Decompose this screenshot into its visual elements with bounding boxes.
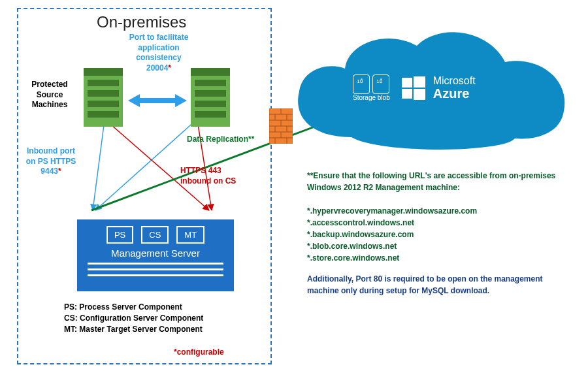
double-arrow-icon	[128, 93, 187, 108]
storage-blob-group: Storage blob	[353, 74, 390, 101]
protected-source-machines-label: Protected Source Machines	[24, 80, 76, 110]
storage-blob-icon	[353, 74, 370, 94]
source-server-icon	[191, 68, 230, 127]
storage-blob-label: Storage blob	[353, 94, 390, 101]
ps-box: PS	[106, 226, 133, 244]
cs-box: CS	[141, 226, 169, 244]
management-server-title: Management Server	[84, 248, 227, 259]
https-443-note: HTTPS 443 inbound on CS	[180, 166, 246, 186]
inbound-9443-note: Inbound port on PS HTTPS 9443*	[18, 146, 84, 177]
management-server: PS CS MT Management Server	[77, 219, 234, 291]
data-replication-label: Data Replication**	[187, 135, 254, 144]
source-server-icon	[84, 68, 123, 127]
on-prem-title: On-premises	[97, 13, 186, 31]
url-item: *.blob.core.windows.net	[307, 240, 568, 252]
mt-box: MT	[176, 226, 204, 244]
svg-rect-7	[414, 76, 425, 88]
windows-icon	[400, 75, 427, 101]
url-requirements-block: **Ensure that the following URL's are ac…	[307, 170, 568, 297]
url-item: *.store.core.windows.net	[307, 252, 568, 264]
firewall-icon	[269, 108, 293, 144]
azure-logo: Microsoft Azure	[400, 75, 476, 101]
component-legend: PS: Process Server Component CS: Configu…	[64, 302, 203, 334]
svg-rect-6	[402, 78, 412, 88]
svg-rect-8	[402, 89, 412, 99]
svg-rect-9	[414, 89, 425, 100]
url-item: *.backup.windowsazure.com	[307, 229, 568, 240]
svg-marker-5	[128, 94, 187, 107]
storage-blob-icon	[372, 74, 389, 94]
url-item: *.hypervrecoverymanager.windowsazure.com	[307, 205, 568, 217]
cloud-content: Storage blob Microsoft Azure	[353, 74, 476, 101]
urls-header: **Ensure that the following URL's are ac…	[307, 170, 568, 193]
port-80-note: Additionally, Port 80 is required to be …	[307, 273, 568, 297]
on-premises-boundary: On-premises Port to facilitate applicati…	[17, 8, 272, 364]
port-20004-note: Port to facilitate application consisten…	[116, 33, 201, 73]
url-item: *.accesscontrol.windows.net	[307, 217, 568, 229]
configurable-footnote: *configurable	[174, 347, 224, 357]
